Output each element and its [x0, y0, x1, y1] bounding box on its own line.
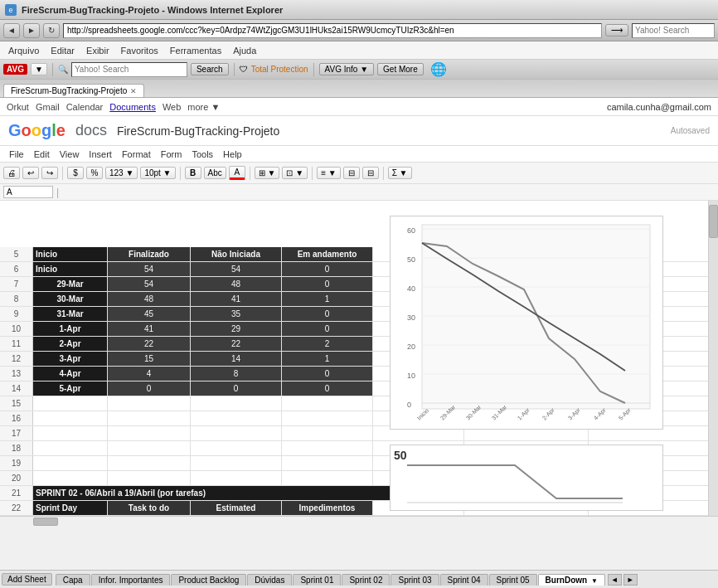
tab-scroll-left[interactable]: ◄: [608, 574, 622, 586]
cell-a6[interactable]: Inicio: [33, 262, 108, 276]
font-size-btn[interactable]: 10pt ▼: [140, 167, 175, 179]
dollar-btn[interactable]: $: [67, 167, 84, 179]
cell-c19[interactable]: [191, 456, 282, 470]
tab-capa[interactable]: Capa: [56, 574, 90, 586]
cell-d5[interactable]: Em andamento: [282, 247, 373, 261]
percent-btn[interactable]: %: [86, 167, 103, 179]
cell-d20[interactable]: [282, 471, 373, 485]
gdocs-title[interactable]: FireScrum-BugTracking-Projeto: [117, 124, 279, 138]
address-input[interactable]: [63, 23, 602, 38]
cell-d7[interactable]: 0: [282, 277, 373, 291]
cell-c13[interactable]: 8: [191, 367, 282, 381]
cell-c12[interactable]: 14: [191, 352, 282, 366]
cell-d19[interactable]: [282, 456, 373, 470]
cell-d12[interactable]: 1: [282, 352, 373, 366]
cell-c20[interactable]: [191, 471, 282, 485]
get-more-btn[interactable]: Get More: [377, 63, 424, 75]
back-button[interactable]: ◄: [3, 23, 20, 38]
bold-btn[interactable]: B: [185, 167, 201, 179]
tab-sprint05[interactable]: Sprint 05: [489, 574, 537, 586]
tab-sprint04[interactable]: Sprint 04: [440, 574, 488, 586]
menu-favoritos[interactable]: Favoritos: [116, 44, 163, 57]
menu-ajuda[interactable]: Ajuda: [228, 44, 261, 57]
nav-web[interactable]: Web: [163, 102, 181, 112]
cell-b7[interactable]: 54: [108, 277, 191, 291]
cell-b20[interactable]: [108, 471, 191, 485]
nav-gmail[interactable]: Gmail: [36, 102, 60, 112]
sprint2-title-cell[interactable]: SPRINT 02 - 06/Abril a 19/Abril (por tar…: [33, 486, 423, 500]
cell-a9[interactable]: 31-Mar: [33, 307, 108, 321]
cell-a13[interactable]: 4-Apr: [33, 367, 108, 381]
cell-b11[interactable]: 22: [108, 337, 191, 351]
menu-editar[interactable]: Editar: [46, 44, 80, 57]
cell-b6[interactable]: 54: [108, 262, 191, 276]
cell-a10[interactable]: 1-Apr: [33, 322, 108, 336]
cell-b19[interactable]: [108, 456, 191, 470]
cell-b5[interactable]: Finalizado: [108, 247, 191, 261]
ss-menu-tools[interactable]: Tools: [187, 148, 217, 160]
merge-btn[interactable]: ⊡ ▼: [282, 167, 308, 179]
cell-c16[interactable]: [191, 411, 282, 425]
cell-a14[interactable]: 5-Apr: [33, 381, 108, 396]
cell-name-box[interactable]: [3, 186, 53, 198]
tab-sprint01[interactable]: Sprint 01: [293, 574, 341, 586]
cell-a11[interactable]: 2-Apr: [33, 337, 108, 351]
cell-a17[interactable]: [33, 426, 108, 440]
cell-a22[interactable]: Sprint Day: [33, 501, 108, 515]
cell-b13[interactable]: 4: [108, 367, 191, 381]
cell-c8[interactable]: 41: [191, 292, 282, 306]
forward-button[interactable]: ►: [23, 23, 40, 38]
ss-menu-view[interactable]: View: [56, 148, 84, 160]
cell-c11[interactable]: 22: [191, 337, 282, 351]
tab-infor[interactable]: Infor. Importantes: [91, 574, 171, 586]
cell-a7[interactable]: 29-Mar: [33, 277, 108, 291]
cell-a12[interactable]: 3-Apr: [33, 352, 108, 366]
cell-a8[interactable]: 30-Mar: [33, 292, 108, 306]
cell-a19[interactable]: [33, 456, 108, 470]
cell-b12[interactable]: 15: [108, 352, 191, 366]
avg-info-btn[interactable]: AVG Info ▼: [319, 63, 375, 75]
cell-b15[interactable]: [108, 396, 191, 411]
wrap-btn[interactable]: ⊟: [343, 167, 360, 179]
cell-d11[interactable]: 2: [282, 337, 373, 351]
close-icon[interactable]: ✕: [130, 87, 137, 95]
cell-d6[interactable]: 0: [282, 262, 373, 276]
cell-d18[interactable]: [282, 441, 373, 455]
cell-a5[interactable]: Inicio: [33, 247, 108, 261]
cell-c10[interactable]: 29: [191, 322, 282, 336]
cell-b8[interactable]: 48: [108, 292, 191, 306]
print-btn[interactable]: 🖨: [3, 167, 20, 179]
cell-a16[interactable]: [33, 411, 108, 425]
cell-d9[interactable]: 0: [282, 307, 373, 321]
avg-search-input[interactable]: [71, 62, 187, 77]
align-btn[interactable]: ≡ ▼: [317, 167, 341, 179]
cell-b14[interactable]: 0: [108, 381, 191, 396]
cell-b9[interactable]: 45: [108, 307, 191, 321]
cell-d13[interactable]: 0: [282, 367, 373, 381]
cell-c17[interactable]: [191, 426, 282, 440]
menu-exibir[interactable]: Exibir: [81, 44, 114, 57]
tab-sprint02[interactable]: Sprint 02: [342, 574, 390, 586]
cell-c9[interactable]: 35: [191, 307, 282, 321]
redo-btn[interactable]: ↪: [41, 167, 58, 179]
ss-menu-help[interactable]: Help: [219, 148, 246, 160]
refresh-button[interactable]: ↻: [43, 23, 60, 38]
scrollbar-v[interactable]: [708, 201, 718, 516]
font-color-btn[interactable]: A: [229, 166, 245, 180]
cell-d22[interactable]: Impedimentos: [282, 501, 373, 515]
cell-d10[interactable]: 0: [282, 322, 373, 336]
tab-product-backlog[interactable]: Product Backlog: [171, 574, 246, 586]
cell-c15[interactable]: [191, 396, 282, 411]
cell-d15[interactable]: [282, 396, 373, 411]
cell-b18[interactable]: [108, 441, 191, 455]
tab-duvidas[interactable]: Dúvidas: [247, 574, 292, 586]
search-button[interactable]: Search: [191, 63, 229, 75]
borders-btn[interactable]: ⊞ ▼: [255, 167, 280, 179]
ss-menu-format[interactable]: Format: [118, 148, 155, 160]
cell-d17[interactable]: [282, 426, 373, 440]
menu-arquivo[interactable]: Arquivo: [3, 44, 44, 57]
go-button[interactable]: ⟶: [605, 24, 628, 36]
cell-d8[interactable]: 1: [282, 292, 373, 306]
cell-c6[interactable]: 54: [191, 262, 282, 276]
cell-c5[interactable]: Não Iniciada: [191, 247, 282, 261]
